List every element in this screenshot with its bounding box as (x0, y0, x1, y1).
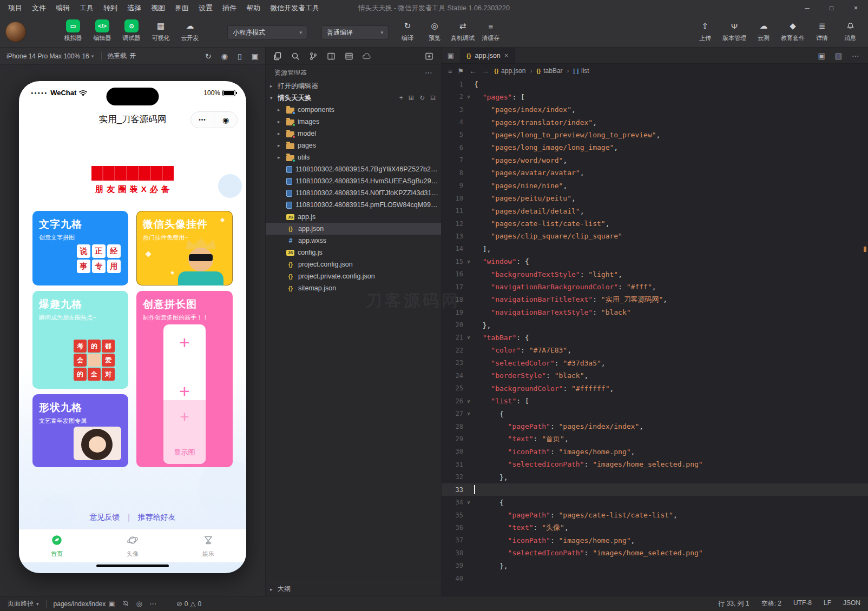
remote-debug-button[interactable]: ⇄真机调试 (449, 19, 476, 42)
code-line[interactable]: 4 "pages/translator/index", (442, 116, 868, 128)
hot-reload-toggle[interactable]: 开 (129, 51, 136, 61)
more-icon[interactable]: ⋯ (149, 600, 156, 608)
tree-folder-components[interactable]: ▸components (266, 104, 441, 116)
tab-app-json[interactable]: {} app.json × (460, 48, 515, 63)
tree-file[interactable]: #app.wxss (266, 235, 441, 247)
tree-file[interactable]: 1108100302.480839154.pmFLO5W84cqM998f... (266, 199, 441, 211)
tree-file[interactable]: {}project.config.json (266, 258, 441, 270)
menu-item[interactable]: 项目 (3, 0, 27, 16)
encoding[interactable]: UTF-8 (793, 599, 812, 608)
phone-tab-avatar[interactable]: 头像 (95, 529, 170, 562)
code-line[interactable]: 35 "pagePath": "pages/cate-list/cate-lis… (442, 509, 868, 521)
code-line[interactable]: 16 "backgroundTextStyle": "light", (442, 268, 868, 281)
menu-item[interactable]: 插件 (218, 0, 241, 16)
menu-item[interactable]: 文件 (27, 0, 51, 16)
menu-item[interactable]: 工具 (75, 0, 98, 16)
code-line[interactable]: 36 "text": "头像", (442, 521, 868, 534)
code-line[interactable]: 32 }, (442, 471, 868, 483)
code-line[interactable]: 29 "text": "首页", (442, 433, 868, 445)
close-button[interactable]: × (844, 0, 868, 16)
sim-device-icon[interactable]: ▯ (238, 52, 242, 61)
card-long-strip[interactable]: 创意拼长图制作创意多图的高手！！+++显示图 (136, 291, 233, 467)
fold-icon[interactable]: ∨ (463, 259, 474, 264)
code-line[interactable]: 34∨ { (442, 496, 868, 508)
card-text-grid[interactable]: 文字九格创意文字拼图说正经事专用 (32, 211, 128, 285)
compile-button[interactable]: ↻编译 (395, 19, 420, 42)
files-icon[interactable] (273, 52, 282, 61)
columns-icon[interactable] (345, 52, 353, 61)
breadcrumb-item[interactable]: [ ]list (574, 67, 589, 75)
refresh-icon[interactable]: ↻ (419, 94, 425, 102)
tree-file[interactable]: 1108100302.480839154.N0fTJfoKPZZl43d31c4… (266, 187, 441, 199)
mode-select[interactable]: 小程序模式 ▾ (227, 25, 307, 39)
code-line[interactable]: 11 "pages/detail/detail", (442, 204, 868, 217)
menu-item[interactable]: 转到 (98, 0, 122, 16)
more-icon[interactable]: ⋯ (425, 68, 432, 77)
back-icon[interactable]: ← (469, 67, 476, 75)
more-menu-button[interactable]: ••• (191, 117, 214, 123)
code-line[interactable]: 1{ (442, 78, 868, 90)
code-line[interactable]: 28 "pagePath": "pages/index/index", (442, 420, 868, 433)
page-path-select[interactable]: 页面路径 ▾ (8, 599, 39, 608)
menu-item[interactable]: 选择 (122, 0, 146, 16)
clouddev-toggle[interactable]: ☁云开发 (177, 19, 202, 42)
feedback-link[interactable]: 意见反馈 (89, 513, 120, 521)
code-editor[interactable]: 1{2∨ "pages": [3 "pages/index/index",4 "… (442, 78, 868, 596)
close-tab-icon[interactable]: × (504, 51, 509, 59)
new-file-icon[interactable]: + (399, 94, 403, 102)
sim-record-icon[interactable]: ◉ (221, 52, 228, 61)
phone-tab-fun[interactable]: 娱乐 (170, 529, 246, 562)
code-line[interactable]: 17 "navigationBarBackgroundColor": "#fff… (442, 281, 868, 293)
compare-icon[interactable]: ▣ (818, 51, 825, 60)
menu-item[interactable]: 界面 (170, 0, 194, 16)
tree-file[interactable]: {}app.json (266, 223, 441, 235)
card-avatar[interactable]: 微信头像挂件热门挂件免费用~ (136, 211, 233, 285)
fold-icon[interactable]: ∨ (463, 500, 474, 505)
sim-windows-icon[interactable]: ▣ (252, 52, 259, 61)
code-line[interactable]: 7 "pages/word/word", (442, 154, 868, 167)
code-line[interactable]: 37 "iconPath": "images/home.png", (442, 534, 868, 547)
cloud-icon[interactable] (363, 52, 372, 61)
menu-item[interactable]: 编辑 (51, 0, 75, 16)
tree-folder-pages[interactable]: ▸pages (266, 140, 441, 151)
breadcrumb-item[interactable]: {}app.json (494, 67, 525, 75)
breadcrumb-item[interactable]: {}tabBar (536, 67, 562, 75)
message-button[interactable]: 消息 (838, 19, 863, 42)
open-editors-section[interactable]: ▸ 打开的编辑器 (266, 80, 441, 92)
watch-icon[interactable]: ◎ (136, 600, 142, 608)
fold-icon[interactable]: ∨ (463, 94, 474, 99)
code-line[interactable]: 14 ], (442, 243, 868, 255)
code-line[interactable]: 23 "selectedColor": "#37d3a5", (442, 357, 868, 369)
user-avatar[interactable] (5, 22, 26, 42)
code-line[interactable]: 3 "pages/index/index", (442, 103, 868, 116)
editor-group-icon[interactable]: ▣ (442, 48, 460, 63)
card-photo[interactable]: 形状九格文艺青年发图专属 (32, 394, 128, 467)
code-line[interactable]: 39 }, (442, 560, 868, 572)
language-mode[interactable]: JSON (843, 599, 860, 608)
eol[interactable]: LF (824, 599, 831, 608)
code-line[interactable]: 31 "selectedIconPath": "images/home_sele… (442, 458, 868, 470)
fold-icon[interactable]: ∨ (463, 399, 474, 404)
layout-icon[interactable] (327, 52, 336, 61)
visualization-toggle[interactable]: ▦可视化 (148, 19, 173, 42)
education-button[interactable]: ◆教育套件 (779, 19, 806, 42)
details-button[interactable]: ≣详情 (810, 19, 834, 42)
forward-icon[interactable]: → (482, 67, 489, 75)
editor-toggle[interactable]: </>编辑器 (90, 19, 115, 42)
banner-image[interactable] (91, 166, 174, 181)
device-select[interactable]: iPhone 14 Pro Max 100% 16 (6, 52, 89, 60)
card-nine-grid[interactable]: 爆趣九格瞬间成为朋友圈焦点~考的都会爱的全对 (32, 291, 128, 389)
tree-folder-utils[interactable]: ▸utils (266, 151, 441, 163)
indent-setting[interactable]: 空格: 2 (761, 599, 781, 608)
simulator-toggle[interactable]: ▭模拟器 (61, 19, 86, 42)
code-line[interactable]: 38 "selectedIconPath": "images/home_sele… (442, 547, 868, 559)
code-line[interactable]: 33 (442, 483, 868, 496)
clear-cache-button[interactable]: ≡清缓存 (478, 19, 503, 42)
tree-folder-model[interactable]: ▸model (266, 128, 441, 140)
menu-item[interactable]: 帮助 (241, 0, 265, 16)
bookmark-icon[interactable]: ⚑ (458, 67, 464, 75)
tree-folder-images[interactable]: ▸images (266, 116, 441, 128)
notifications-off-icon[interactable] (122, 600, 129, 607)
new-window-icon[interactable] (425, 52, 433, 61)
tree-file[interactable]: {}project.private.config.json (266, 270, 441, 282)
